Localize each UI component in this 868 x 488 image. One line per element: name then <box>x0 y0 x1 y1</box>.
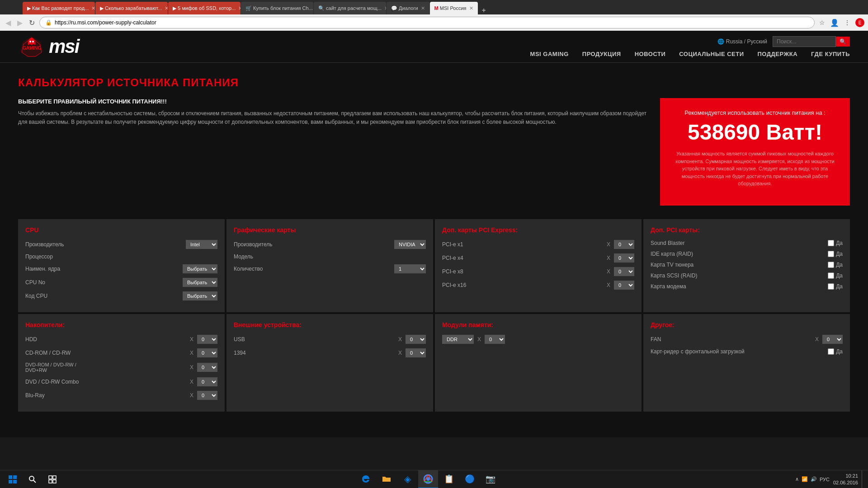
search-button[interactable]: 🔍 <box>836 37 850 47</box>
fan-select[interactable]: 0123 <box>822 335 843 344</box>
dvd-combo-x: X <box>190 379 193 385</box>
cpu-code-label: Код CPU <box>25 293 183 299</box>
hdd-row: HDD X 012 <box>25 335 217 344</box>
forward-button[interactable]: ▶ <box>15 18 24 28</box>
cpu-no-row: CPU No Выбрать <box>25 278 217 287</box>
gpu-quantity-select[interactable]: 1 2 3 4 <box>394 264 426 273</box>
bluray-x: X <box>190 392 193 399</box>
scsi-card-yes-label: Да <box>836 272 843 279</box>
tv-tuner-yes-label: Да <box>836 262 843 268</box>
intro-subtitle: ВЫБЕРИТЕ ПРАВИЛЬНЫЙ ИСТОЧНИК ПИТАНИЯ!!! <box>18 98 646 105</box>
ide-card-checkbox[interactable] <box>828 251 834 257</box>
address-bar[interactable]: 🔒 https://ru.msi.com/power-supply-calcul… <box>39 17 815 28</box>
search-input[interactable] <box>773 36 836 47</box>
hdd-select[interactable]: 012 <box>197 335 217 344</box>
user-icon[interactable]: 👤 <box>830 18 839 27</box>
usb-select[interactable]: 012 <box>406 335 426 344</box>
gpu-model-row: Модель <box>234 253 426 260</box>
dragon-logo-icon: GAMING <box>18 35 45 58</box>
result-pointer <box>748 188 762 194</box>
fan-x: X <box>815 336 819 343</box>
scsi-card-checkbox[interactable] <box>828 272 834 279</box>
cdrom-x: X <box>190 350 193 356</box>
tv-tuner-checkbox[interactable] <box>828 262 834 268</box>
tab-4[interactable]: 🛒 Купить блок питания Ch... ✕ <box>241 2 313 14</box>
bluray-select[interactable]: 01 <box>197 391 217 400</box>
pcie-x4-select[interactable]: 012 <box>614 253 634 263</box>
tab-2-close[interactable]: ✕ <box>165 5 168 11</box>
bookmark-icon[interactable]: ☆ <box>817 18 826 27</box>
intro-text: ВЫБЕРИТЕ ПРАВИЛЬНЫЙ ИСТОЧНИК ПИТАНИЯ!!! … <box>18 98 646 206</box>
calc-grid-row2: Накопители: HDD X 012 CD-ROM / CD-RW X 0… <box>18 314 850 412</box>
nav-news[interactable]: НОВОСТИ <box>635 51 666 57</box>
tab-6[interactable]: 💬 Диалоги ✕ <box>387 2 429 14</box>
dvdrom-select[interactable]: 01 <box>197 363 217 372</box>
tv-tuner-yes: Да <box>828 262 843 268</box>
header-search[interactable]: 🔍 <box>773 36 850 47</box>
sound-blaster-row: Sound Blaster Да <box>651 240 843 246</box>
tab-6-close[interactable]: ✕ <box>421 5 425 11</box>
gpu-section: Графические карты Производитель NVIDIA A… <box>226 219 433 312</box>
address-input[interactable]: https://ru.msi.com/power-supply-calculat… <box>55 19 809 26</box>
tab-1-close[interactable]: ✕ <box>91 5 95 11</box>
new-tab-btn[interactable]: + <box>478 6 490 14</box>
gpu-manufacturer-select[interactable]: NVIDIA AMD <box>394 240 426 249</box>
tab-5-close[interactable]: ✕ <box>384 5 386 11</box>
nav-bar: ◀ ▶ ↻ 🔒 https://ru.msi.com/power-supply-… <box>0 14 868 31</box>
gpu-title: Графические карты <box>234 226 426 234</box>
nav-social[interactable]: СОЦИАЛЬНЫЕ СЕТИ <box>679 51 744 57</box>
menu-icon[interactable]: ⋮ <box>843 18 852 27</box>
tab-3-label: 5 мифов об SSD, котор... <box>178 5 236 11</box>
nav-where-to-buy[interactable]: ГДЕ КУПИТЬ <box>811 51 850 57</box>
extensions-icon[interactable]: E <box>855 18 864 27</box>
tab-7-close[interactable]: ✕ <box>469 5 473 11</box>
modem-card-row: Карта модема Да <box>651 283 843 290</box>
sound-blaster-checkbox[interactable] <box>828 240 834 246</box>
firewire-select[interactable]: 01 <box>406 348 426 357</box>
cpu-no-select[interactable]: Выбрать <box>183 278 217 287</box>
card-reader-checkbox[interactable] <box>828 348 834 355</box>
header-top-right: 🌐 Russia / Русский 🔍 <box>717 36 850 47</box>
storage-title: Накопители: <box>25 321 217 328</box>
tab-3-close[interactable]: ✕ <box>238 5 241 11</box>
tab-6-icon: 💬 <box>391 5 397 11</box>
memory-title: Модули памяти: <box>442 321 634 328</box>
pci-cards-title: Доп. PCI карты: <box>651 226 843 234</box>
modem-card-checkbox[interactable] <box>828 283 834 290</box>
nav-products[interactable]: ПРОДУКЦИЯ <box>582 51 621 57</box>
svg-text:GAMING: GAMING <box>23 46 41 51</box>
nav-msi-gaming[interactable]: MSI GAMING <box>530 51 569 57</box>
tab-2[interactable]: ▶ Сколько зарабатывают... ✕ <box>95 2 168 14</box>
browser-chrome: ▶ Как Вас разводят прод... ✕ ▶ Сколько з… <box>0 0 868 31</box>
pcie-x8-select[interactable]: 012 <box>614 267 634 276</box>
dvd-combo-select[interactable]: 01 <box>197 377 217 386</box>
pcie-x1-select[interactable]: 012 <box>614 240 634 249</box>
scsi-card-row: Карта SCSI (RAID) Да <box>651 272 843 279</box>
reload-button[interactable]: ↻ <box>27 18 37 28</box>
pcie-x16-select[interactable]: 012 <box>614 281 634 290</box>
cpu-core-select[interactable]: Выбрать <box>183 264 217 273</box>
calc-grid-row1: CPU Производитель Intel AMD Процессор На… <box>18 219 850 312</box>
pcie-x8-x: X <box>607 268 610 275</box>
tab-7[interactable]: M MSI Россия ✕ <box>430 2 478 14</box>
msi-logo-text: msi <box>49 36 79 57</box>
bluray-row: Blu-Ray X 01 <box>25 391 217 400</box>
pcie-x1-row: PCI-e x1 X 012 <box>442 240 634 249</box>
pci-express-section: Доп. карты PCI Express: PCI-e x1 X 012 P… <box>435 219 642 312</box>
firewire-row: 1394 X 01 <box>234 348 426 357</box>
cdrom-select[interactable]: 01 <box>197 348 217 357</box>
cpu-code-select[interactable]: Выбрать <box>183 291 217 300</box>
back-button[interactable]: ◀ <box>4 18 13 28</box>
cpu-code-row: Код CPU Выбрать <box>25 291 217 300</box>
cpu-manufacturer-select[interactable]: Intel AMD <box>186 240 217 249</box>
nav-support[interactable]: ПОДДЕРЖКА <box>758 51 798 57</box>
card-reader-yes: Да <box>828 348 843 355</box>
tab-5[interactable]: 🔍 сайт для расчета мощ... ✕ <box>314 2 386 14</box>
tab-3[interactable]: ▶ 5 мифов об SSD, котор... ✕ <box>168 2 241 14</box>
ddr-quantity-select[interactable]: 0124 <box>485 335 505 344</box>
tab-7-icon: M <box>434 5 439 11</box>
hdd-label: HDD <box>25 336 186 343</box>
ddr-type-select[interactable]: DDR DDR2 DDR3 DDR4 <box>442 335 474 344</box>
memory-section: Модули памяти: DDR DDR2 DDR3 DDR4 X 0124 <box>435 314 642 412</box>
tab-1[interactable]: ▶ Как Вас разводят прод... ✕ <box>23 2 95 14</box>
